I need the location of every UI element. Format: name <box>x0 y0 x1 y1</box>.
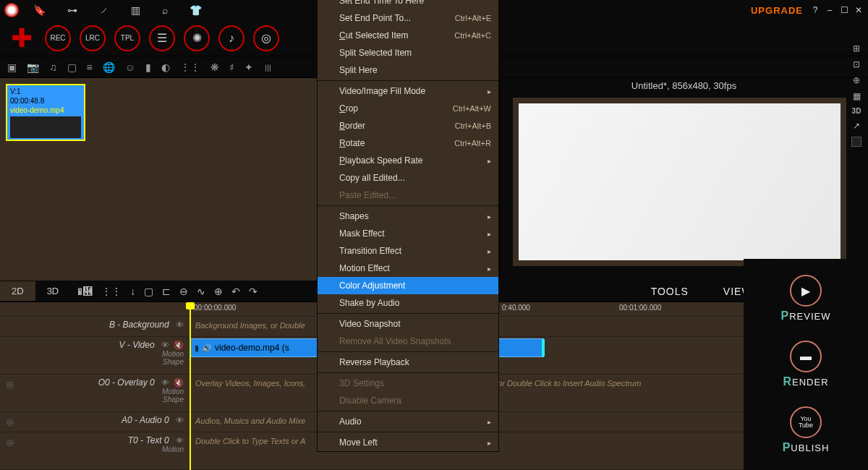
app-logo[interactable] <box>4 3 19 17</box>
visibility-icon[interactable]: 👁 <box>176 416 184 424</box>
share-icon[interactable]: ↗ <box>853 121 860 131</box>
template-button[interactable]: TPL <box>114 25 140 51</box>
render-icon: ▬ <box>790 341 822 372</box>
preview-button[interactable]: ▶ PREVIEW <box>781 275 831 322</box>
menu-split-selected[interactable]: Split Selected Item <box>318 44 498 61</box>
record-button[interactable]: REC <box>45 25 71 51</box>
menu-fill-mode[interactable]: Video/Image Fill Mode▸ <box>318 82 498 100</box>
visibility-icon[interactable]: 👁 <box>176 320 184 329</box>
frame-icon[interactable]: ▢ <box>144 286 153 297</box>
preview-pane: Untitled*, 856x480, 30fps 00:00:00.000 <box>499 78 868 281</box>
puzzle-icon[interactable]: ✦ <box>244 61 253 73</box>
box-icon[interactable]: ▢ <box>67 61 77 73</box>
tag-icon[interactable]: ⊶ <box>67 4 77 16</box>
preview-viewport[interactable] <box>513 98 846 266</box>
menu-speed-rate[interactable]: Playback Speed Rate▸ <box>318 152 498 169</box>
search-icon[interactable]: ⌕ <box>162 4 168 16</box>
list2-icon[interactable]: ⋮⋮ <box>180 61 200 73</box>
preview-info: Untitled*, 856x480, 30fps <box>500 78 868 93</box>
menu-audio[interactable]: Audio▸ <box>318 413 498 430</box>
context-menu: Set End Time To Here Set End Point To...… <box>317 0 499 452</box>
battery-icon[interactable]: ▮ <box>145 61 151 73</box>
menu-reverse-playback[interactable]: Reverse Playback <box>318 354 498 371</box>
crop-icon[interactable]: ⊏ <box>162 286 171 297</box>
contrast-icon[interactable]: ◐ <box>161 61 170 73</box>
snap-icon[interactable]: �὞ <box>77 286 93 297</box>
track-sub: Motion <box>0 350 184 358</box>
help-icon[interactable]: ? <box>810 5 820 15</box>
music-button[interactable]: ♪ <box>218 25 244 51</box>
menu-set-end-point[interactable]: Set End Point To...Ctrl+Alt+E <box>318 9 498 27</box>
hash-icon[interactable]: ♯ <box>229 61 234 73</box>
clip-handle[interactable] <box>542 339 545 356</box>
maximize-icon[interactable]: ☐ <box>839 5 849 15</box>
close-icon[interactable]: ✕ <box>854 5 864 15</box>
globe-icon[interactable]: 🌐 <box>103 61 115 73</box>
3d-toggle[interactable]: 3D <box>852 107 861 115</box>
zoomin-icon[interactable]: ⊕ <box>214 286 223 297</box>
menu-paste-edited: Paste Edited... <box>318 187 498 204</box>
undo-icon[interactable]: ↶ <box>231 286 240 297</box>
layout2-icon[interactable]: ▦ <box>853 91 861 101</box>
redo-icon[interactable]: ↷ <box>249 286 258 297</box>
menu-transition-effect[interactable]: Transition Effect▸ <box>318 242 498 260</box>
grid-icon[interactable]: ⊞ <box>853 43 860 54</box>
menu-mask-effect[interactable]: Mask Effect▸ <box>318 225 498 242</box>
add-track-icon[interactable]: ⊕ <box>6 437 14 448</box>
mute-icon[interactable]: 🔇 <box>174 341 184 350</box>
visibility-icon[interactable]: 👁 <box>161 341 169 350</box>
layout-icon[interactable]: ▣ <box>7 61 17 73</box>
menu-copy-edited[interactable]: Copy all Edited... <box>318 169 498 187</box>
visibility-icon[interactable]: 👁 <box>176 436 184 445</box>
list-button[interactable]: ☰ <box>149 25 175 51</box>
menu-rotate[interactable]: RotateCtrl+Alt+R <box>318 134 498 152</box>
menu-split-here[interactable]: Split Here <box>318 61 498 79</box>
pointer-icon[interactable]: ⟋ <box>99 4 109 16</box>
center-icon[interactable]: ⊕ <box>853 75 860 85</box>
add-track-icon[interactable]: ⊕ <box>6 379 14 390</box>
add-media-button[interactable] <box>7 24 36 53</box>
emoji-icon[interactable]: ☺ <box>125 61 135 73</box>
bars-icon[interactable]: ⫼ <box>263 61 273 73</box>
menu-cut-selected[interactable]: Cut Selected ItemCtrl+Alt+C <box>318 27 498 44</box>
wave-icon[interactable]: ∿ <box>197 286 205 297</box>
zoomout-icon[interactable]: ⊖ <box>179 286 188 297</box>
target-button[interactable]: ◎ <box>253 25 279 51</box>
menu-border[interactable]: BorderCtrl+Alt+B <box>318 117 498 134</box>
grid2-icon[interactable]: ⋮⋮ <box>101 286 122 297</box>
menu-move-left[interactable]: Move Left▸ <box>318 434 498 451</box>
add-track-icon[interactable]: ⊕ <box>6 416 14 428</box>
tab-tools[interactable]: TOOLS <box>634 281 706 302</box>
lyrics-button[interactable]: LRC <box>80 25 106 51</box>
shirt-icon[interactable]: 👕 <box>190 4 202 16</box>
playhead[interactable] <box>190 302 191 470</box>
menu-video-snapshot[interactable]: Video Snapshot <box>318 315 498 333</box>
render-button[interactable]: ▬ RENDER <box>783 341 828 388</box>
lines-icon[interactable]: ≡ <box>87 61 93 73</box>
camera-icon[interactable]: 📷 <box>27 61 39 73</box>
menu-shapes[interactable]: Shapes▸ <box>318 208 498 225</box>
columns-icon[interactable]: ▥ <box>131 4 140 16</box>
media-clip[interactable]: V:1 00:00:48.8 video-demo.mp4 <box>6 84 85 141</box>
menu-color-adjustment[interactable]: Color Adjustment <box>318 277 498 294</box>
mute-icon[interactable]: 🔇 <box>174 378 184 388</box>
upgrade-link[interactable]: UPGRADE <box>751 5 803 16</box>
bookmark-icon[interactable]: 🔖 <box>33 4 46 16</box>
menu-motion-effect[interactable]: Motion Effect▸ <box>318 260 498 277</box>
marker-icon[interactable]: ↓ <box>130 286 135 297</box>
flower-icon[interactable]: ❋ <box>210 61 219 73</box>
menu-separator <box>318 80 498 81</box>
menu-shake-by-audio[interactable]: Shake by Audio <box>318 294 498 312</box>
tab-3d[interactable]: 3D <box>35 281 71 301</box>
minimize-icon[interactable]: – <box>825 5 835 15</box>
ruler-tick: 0:40.000 <box>502 304 530 312</box>
tab-2d[interactable]: 2D <box>0 281 35 301</box>
menu-crop[interactable]: CropCtrl+Alt+W <box>318 100 498 117</box>
effect-button[interactable]: ✺ <box>184 25 210 51</box>
publish-button[interactable]: YouTube PUBLISH <box>783 406 830 454</box>
handles-icon[interactable]: ⊡ <box>853 59 860 69</box>
audio-icon[interactable]: ♫ <box>49 61 57 73</box>
color-swatch[interactable] <box>851 137 861 147</box>
menu-set-end-time[interactable]: Set End Time To Here <box>318 0 498 9</box>
visibility-icon[interactable]: 👁 <box>161 378 169 388</box>
